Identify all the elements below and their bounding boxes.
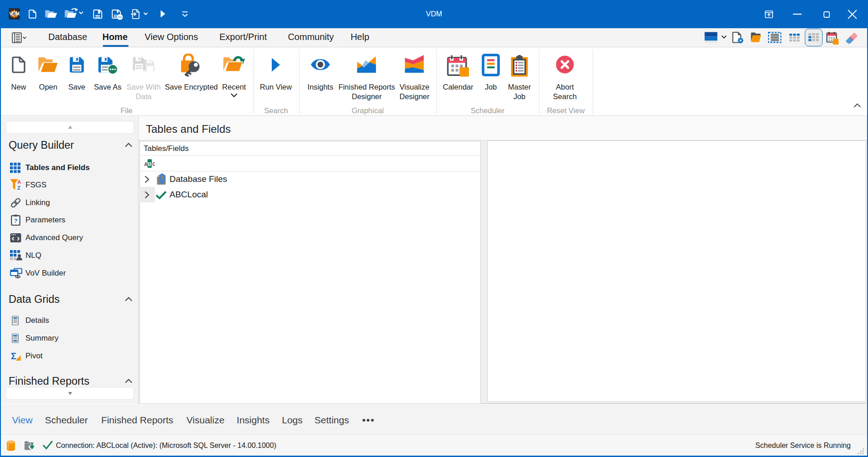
svg-text:?: ?: [14, 217, 18, 224]
svg-text:A: A: [17, 179, 21, 185]
svg-text:B: B: [148, 161, 151, 167]
svg-text:VDM: VDM: [10, 11, 20, 16]
svg-text:A: A: [144, 161, 148, 167]
svg-text:C: C: [152, 161, 155, 167]
svg-text:Σ: Σ: [11, 351, 16, 361]
svg-text:Z: Z: [17, 185, 20, 191]
